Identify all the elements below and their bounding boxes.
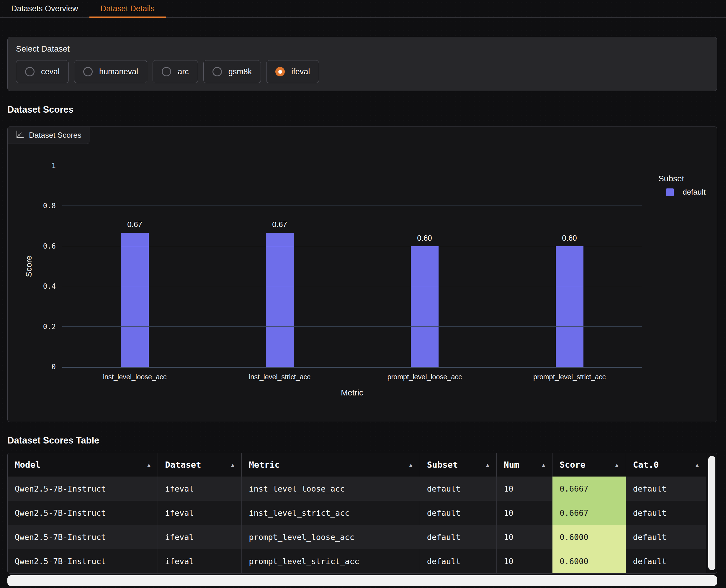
x-axis-title: Metric — [62, 388, 642, 398]
tab-datasets-overview[interactable]: Datasets Overview — [0, 2, 89, 17]
select-dataset-title: Select Dataset — [16, 44, 709, 54]
column-header-subset[interactable]: Subset▲ — [420, 453, 497, 477]
sort-arrow-icon[interactable]: ▲ — [542, 462, 545, 468]
table-row: Qwen2.5-7B-Instructifevalinst_level_stri… — [8, 501, 706, 525]
y-tick-label: 0.6 — [43, 242, 56, 250]
dataset-scores-table-heading: Dataset Scores Table — [7, 435, 717, 446]
dataset-radio-humaneval[interactable]: humaneval — [74, 60, 147, 83]
scores-table: Model▲Dataset▲Metric▲Subset▲Num▲Score▲Ca… — [8, 453, 706, 573]
table-cell: default — [626, 525, 706, 549]
legend-item-label: default — [683, 188, 706, 197]
y-axis-title: Score — [24, 255, 34, 277]
column-header-label: Model — [15, 460, 40, 470]
y-tick-label: 0.2 — [43, 322, 56, 331]
gridline — [62, 246, 642, 246]
gridline — [62, 327, 642, 327]
y-tick-label: 0.4 — [43, 282, 56, 291]
bar-value-label: 0.60 — [417, 234, 432, 243]
radio-label: gsm8k — [228, 67, 252, 76]
column-header-label: Score — [560, 460, 585, 470]
table-cell: default — [420, 549, 497, 573]
bar-value-label: 0.60 — [562, 234, 577, 243]
dataset-radio-gsm8k[interactable]: gsm8k — [203, 60, 261, 83]
x-tick-label: inst_level_strict_acc — [207, 373, 352, 381]
table-cell: default — [420, 501, 497, 525]
table-cell: inst_level_loose_acc — [242, 477, 420, 501]
table-cell: default — [626, 477, 706, 501]
table-cell: Qwen2.5-7B-Instruct — [8, 549, 158, 573]
legend-item-default[interactable]: default — [666, 188, 706, 197]
radio-unselected-icon — [162, 67, 171, 76]
column-header-cat-0[interactable]: Cat.0▲ — [626, 453, 706, 477]
table-cell: 10 — [497, 549, 552, 573]
table-cell: inst_level_strict_acc — [242, 501, 420, 525]
bar-slot: 0.67 — [62, 166, 207, 367]
x-tick-label: prompt_level_strict_acc — [497, 373, 642, 381]
table-cell: default — [420, 525, 497, 549]
table-row: Qwen2.5-7B-Instructifevalprompt_level_st… — [8, 549, 706, 573]
dataset-radio-ceval[interactable]: ceval — [16, 60, 69, 83]
dataset-scores-chart-panel: Dataset Scores Score 0.670.670.600.60 00… — [7, 126, 717, 422]
table-horizontal-scrollbar[interactable] — [7, 575, 717, 586]
dataset-radio-arc[interactable]: arc — [153, 60, 198, 83]
chart-legend: Subset default — [659, 174, 706, 197]
table-cell: 0.6000 — [552, 549, 626, 573]
table-cell: 10 — [497, 477, 552, 501]
column-header-metric[interactable]: Metric▲ — [242, 453, 420, 477]
bar-prompt_level_strict_acc — [556, 246, 583, 367]
table-cell: ifeval — [158, 525, 242, 549]
dataset-radio-group: cevalhumanevalarcgsm8kifeval — [16, 60, 709, 83]
sort-arrow-icon[interactable]: ▲ — [409, 462, 412, 468]
column-header-label: Cat.0 — [633, 460, 659, 470]
column-header-score[interactable]: Score▲ — [552, 453, 626, 477]
y-tick-label: 0 — [52, 363, 56, 371]
radio-label: ceval — [41, 67, 60, 76]
table-cell: 0.6667 — [552, 501, 626, 525]
bar-slot: 0.60 — [352, 166, 497, 367]
radio-unselected-icon — [213, 67, 222, 76]
dataset-scores-table: Model▲Dataset▲Metric▲Subset▲Num▲Score▲Ca… — [7, 453, 717, 573]
table-vertical-scrollbar[interactable] — [708, 456, 715, 570]
column-header-dataset[interactable]: Dataset▲ — [158, 453, 242, 477]
bar-value-label: 0.67 — [127, 220, 142, 229]
legend-title: Subset — [659, 174, 706, 184]
table-cell: 10 — [497, 501, 552, 525]
sort-arrow-icon[interactable]: ▲ — [695, 462, 699, 468]
x-tick-label: inst_level_loose_acc — [62, 373, 207, 381]
table-cell: 0.6667 — [552, 477, 626, 501]
radio-label: arc — [178, 67, 189, 76]
sort-arrow-icon[interactable]: ▲ — [231, 462, 234, 468]
tab-dataset-details[interactable]: Dataset Details — [89, 2, 166, 17]
y-tick-label: 0.8 — [43, 202, 56, 210]
table-cell: default — [420, 477, 497, 501]
bar-slot: 0.60 — [497, 166, 642, 367]
column-header-num[interactable]: Num▲ — [497, 453, 552, 477]
sort-arrow-icon[interactable]: ▲ — [147, 462, 150, 468]
table-row: Qwen2.5-7B-Instructifevalprompt_level_lo… — [8, 525, 706, 549]
select-dataset-panel: Select Dataset cevalhumanevalarcgsm8kife… — [7, 37, 717, 91]
bar-inst_level_loose_acc — [121, 233, 149, 367]
top-tab-bar: Datasets Overview Dataset Details — [0, 0, 726, 18]
gridline — [62, 206, 642, 206]
plot-area: Score 0.670.670.600.60 00.20.40.60.81 — [62, 166, 642, 368]
radio-label: ifeval — [291, 67, 310, 76]
radio-unselected-icon — [25, 67, 35, 76]
x-tick-label: prompt_level_loose_acc — [352, 373, 497, 381]
sort-arrow-icon[interactable]: ▲ — [615, 462, 618, 468]
gridline — [62, 286, 642, 286]
table-cell: 0.6000 — [552, 525, 626, 549]
table-cell: 10 — [497, 525, 552, 549]
column-header-model[interactable]: Model▲ — [8, 453, 158, 477]
radio-label: humaneval — [99, 67, 138, 76]
radio-unselected-icon — [83, 67, 93, 76]
bar-value-label: 0.67 — [272, 220, 287, 229]
table-cell: Qwen2.5-7B-Instruct — [8, 477, 158, 501]
table-cell: ifeval — [158, 501, 242, 525]
radio-selected-icon — [275, 67, 285, 76]
sort-arrow-icon[interactable]: ▲ — [486, 462, 489, 468]
table-cell: ifeval — [158, 549, 242, 573]
dataset-radio-ifeval[interactable]: ifeval — [266, 60, 319, 83]
table-cell: default — [626, 549, 706, 573]
chart-body: Score 0.670.670.600.60 00.20.40.60.81 in… — [8, 127, 717, 422]
table-cell: Qwen2.5-7B-Instruct — [8, 525, 158, 549]
